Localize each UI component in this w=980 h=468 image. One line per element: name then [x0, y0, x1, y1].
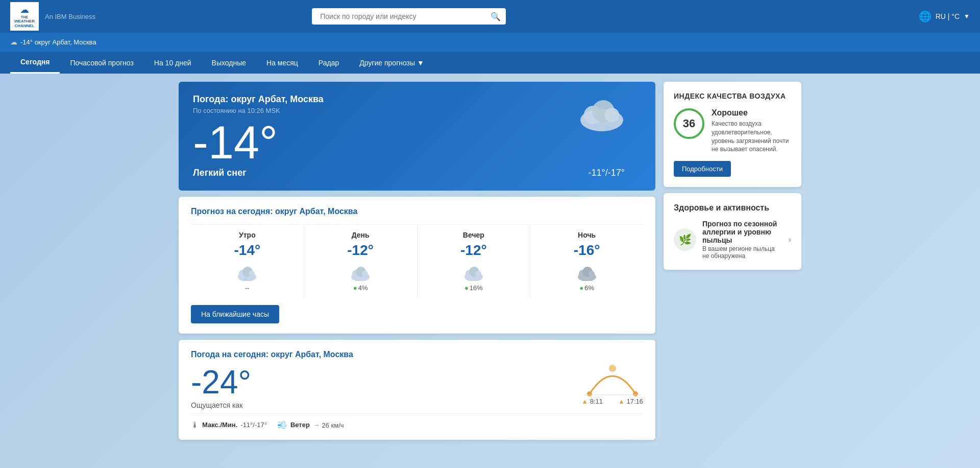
aqi-index: 36: [683, 117, 695, 130]
aqi-details-button[interactable]: Подробности: [674, 161, 731, 177]
period-evening-temp: -12°: [422, 242, 526, 259]
period-morning-name: Утро: [195, 231, 300, 239]
current-hi-lo: -11°/-17°: [589, 168, 625, 178]
health-card: Здоровье и активность 🌿 Прогноз по сезон…: [664, 193, 801, 270]
nav-hourly[interactable]: Почасовой прогноз: [60, 53, 143, 73]
period-night: Ночь -16° ●6%: [530, 225, 643, 298]
nav-other[interactable]: Другие прогнозы ▼: [349, 53, 434, 73]
allergy-sub: В вашем регионе пыльца не обнаружена: [702, 245, 782, 260]
current-weather-icon: ❄ ❄: [574, 92, 630, 135]
search-bar: 🔍: [312, 8, 506, 25]
today-forecast-card: Прогноз на сегодня: округ Арбат, Москва …: [179, 197, 655, 334]
wind-icon: 💨: [277, 420, 287, 430]
period-morning-icon: ❄: [195, 263, 300, 281]
feels-like-temp: -24°: [191, 363, 251, 401]
daily-summary-card: Погода на сегодня: округ Арбат, Москва -…: [179, 340, 655, 440]
stats-row: 🌡 Макс./Мин. -11°/-17° 💨 Ветер → 26 км/ч: [191, 413, 643, 430]
period-day: День -12° ●4%: [304, 225, 418, 298]
period-day-icon: [308, 263, 413, 281]
period-evening-precip: ●16%: [422, 284, 526, 292]
svg-point-25: [633, 391, 638, 396]
allergy-label: Прогноз по сезонной аллергии и уровню пы…: [702, 220, 782, 244]
ibm-label: An IBM Business: [45, 13, 95, 20]
svg-point-23: [609, 365, 616, 372]
stat-maxmin: 🌡 Макс./Мин. -11°/-17°: [191, 420, 267, 430]
nav-monthly[interactable]: На месяц: [256, 53, 308, 73]
health-allergy-row[interactable]: 🌿 Прогноз по сезонной аллергии и уровню …: [674, 220, 791, 260]
location-bar: ☁ -14° округ Арбат, Москва: [0, 33, 980, 51]
feels-like-label: Ощущается как: [191, 401, 251, 409]
stat-wind-value: → 26 км/ч: [313, 421, 344, 429]
nav-other-arrow: ▼: [417, 59, 424, 67]
period-morning-precip: --: [195, 284, 300, 292]
logo-text-channel: Channel: [14, 24, 34, 29]
svg-point-9: [249, 271, 255, 277]
lang-label[interactable]: RU | °C: [936, 12, 960, 20]
logo-image: ☁ The Weather Channel: [10, 2, 39, 31]
right-column: ИНДЕКС КАЧЕСТВА ВОЗДУХА 36 Хорошее Качес…: [664, 82, 801, 440]
main-content: Погода: округ Арбат, Москва По состоянию…: [168, 74, 812, 448]
header-right: 🌐 RU | °C ▼: [919, 10, 970, 22]
search-icon[interactable]: 🔍: [491, 12, 501, 21]
svg-point-14: [362, 271, 368, 277]
nav-weekend[interactable]: Выходные: [202, 53, 256, 73]
svg-point-18: [475, 271, 481, 277]
air-quality-card: ИНДЕКС КАЧЕСТВА ВОЗДУХА 36 Хорошее Качес…: [664, 82, 801, 187]
logo-box: ☁ The Weather Channel An IBM Business: [10, 2, 95, 31]
stat-maxmin-value: -11°/-17°: [240, 421, 267, 429]
aqi-description: Качество воздуха удовлетворительное, уро…: [712, 120, 791, 154]
svg-point-22: [589, 271, 595, 277]
globe-icon: 🌐: [919, 10, 932, 22]
thermometer-icon: 🌡: [191, 420, 199, 430]
period-morning: Утро -14° ❄ --: [191, 225, 304, 298]
period-day-name: День: [308, 231, 413, 239]
left-column: Погода: округ Арбат, Москва По состоянию…: [179, 82, 655, 440]
stat-maxmin-label: Макс./Мин.: [202, 421, 237, 429]
period-day-precip: ●4%: [308, 284, 413, 292]
sunset-time: ▲ 17:16: [618, 397, 643, 405]
period-evening: Вечер -12° ●16%: [418, 225, 531, 298]
nav-today[interactable]: Сегодня: [10, 52, 60, 74]
period-night-temp: -16°: [534, 242, 639, 259]
period-evening-name: Вечер: [422, 231, 526, 239]
current-condition: Легкий снег: [193, 168, 641, 178]
sunrise-time: ▲ 8:11: [581, 397, 603, 405]
aqi-circle: 36: [674, 108, 704, 139]
allergy-icon: 🌿: [674, 228, 696, 251]
hourly-button[interactable]: На ближайшие часы: [191, 305, 279, 323]
svg-point-3: [605, 108, 619, 122]
health-title: Здоровье и активность: [674, 203, 791, 213]
unit-dropdown-arrow[interactable]: ▼: [964, 13, 970, 20]
nav-bar: Сегодня Почасовой прогноз На 10 дней Вых…: [0, 51, 980, 74]
sun-arc-chart: [584, 363, 641, 396]
nav-10day[interactable]: На 10 дней: [144, 53, 202, 73]
daily-summary-title: Погода на сегодня: округ Арбат, Москва: [191, 350, 643, 359]
period-night-name: Ночь: [534, 231, 639, 239]
health-allergy-info: Прогноз по сезонной аллергии и уровню пы…: [702, 220, 782, 260]
aqi-title: ИНДЕКС КАЧЕСТВА ВОЗДУХА: [674, 92, 791, 100]
health-arrow-icon: ›: [789, 235, 791, 244]
search-input[interactable]: [312, 8, 506, 25]
forecast-periods: Утро -14° ❄ -- День: [191, 224, 643, 298]
period-day-temp: -12°: [308, 242, 413, 259]
period-night-icon: [534, 263, 639, 281]
period-night-precip: ●6%: [534, 284, 639, 292]
logo-cloud-icon: ☁: [20, 4, 29, 15]
location-temp: -14° округ Арбат, Москва: [20, 38, 96, 46]
stat-wind-label: Ветер: [290, 421, 310, 429]
period-evening-icon: [422, 263, 526, 281]
svg-text:❄: ❄: [604, 123, 611, 132]
nav-radar[interactable]: Радар: [308, 53, 349, 73]
aqi-row: 36 Хорошее Качество воздуха удовлетворит…: [674, 108, 791, 154]
svg-point-24: [587, 391, 592, 396]
header: ☁ The Weather Channel An IBM Business 🔍 …: [0, 0, 980, 33]
today-forecast-title: Прогноз на сегодня: округ Арбат, Москва: [191, 207, 643, 216]
svg-text:❄: ❄: [243, 276, 248, 281]
location-cloud-icon: ☁: [10, 38, 17, 46]
stat-wind: 💨 Ветер → 26 км/ч: [277, 420, 344, 430]
aqi-label: Хорошее: [712, 108, 791, 118]
current-weather-card: Погода: округ Арбат, Москва По состоянию…: [179, 82, 655, 191]
aqi-info: Хорошее Качество воздуха удовлетворитель…: [712, 108, 791, 154]
period-morning-temp: -14°: [195, 242, 300, 259]
svg-text:❄: ❄: [593, 122, 600, 130]
